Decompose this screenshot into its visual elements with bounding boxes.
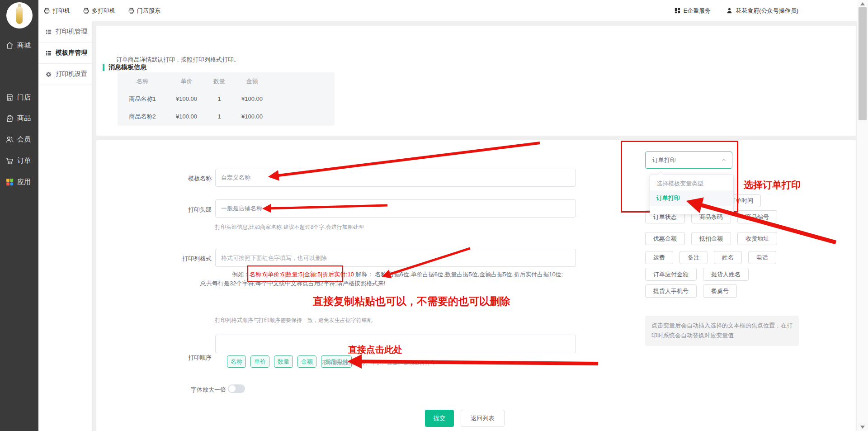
perfume-bottle-image bbox=[16, 7, 23, 24]
sidebar-item-label: 应用 bbox=[17, 178, 31, 186]
table-header: 名称 bbox=[118, 77, 167, 85]
variable-type-select-value: 订单打印 bbox=[652, 156, 676, 163]
sidebar-item-label: 会员 bbox=[17, 135, 31, 144]
col-format-example: 例如：名称:6|单价:6|数量:5|金额:5|折后实付:10 解释： 名称 占据… bbox=[200, 270, 567, 288]
table-cell: 1 bbox=[206, 113, 233, 120]
main-sidebar: 商城 门店 商品 会员 订单 应用 bbox=[0, 0, 38, 431]
submenu-item-printer-settings[interactable]: 打印机设置 bbox=[38, 64, 92, 85]
var-tag-pickup-name[interactable]: 提货人姓名 bbox=[703, 268, 749, 281]
home-icon bbox=[5, 41, 14, 50]
order-tag-quantity[interactable]: 数量 bbox=[274, 355, 293, 368]
list-icon bbox=[45, 28, 52, 35]
sidebar-item-orders[interactable]: 订单 bbox=[0, 152, 38, 170]
print-header-label: 打印头部 bbox=[101, 206, 212, 214]
service-label: E企盈服务 bbox=[684, 7, 711, 15]
table-cell: 商品名称2 bbox=[118, 113, 167, 121]
dropdown-option-order-print[interactable]: 订单打印 bbox=[650, 190, 733, 206]
table-header: 数量 bbox=[206, 77, 233, 85]
page-scrollbar[interactable] bbox=[857, 0, 868, 431]
variable-type-dropdown: 选择模板变量类型 订单打印 bbox=[650, 175, 734, 214]
template-name-input[interactable] bbox=[215, 169, 576, 187]
print-header-input[interactable] bbox=[215, 199, 576, 218]
topnav-multi-printer-label: 多打印机 bbox=[92, 7, 115, 15]
account-label: 花花食府(公众号操作员) bbox=[736, 7, 798, 15]
table-header: 金额 bbox=[233, 77, 271, 85]
app-screen: 打印机 多打印机 门店股东 E企盈服务 花花食府(公众号操作员) bbox=[0, 0, 868, 431]
var-tag-shipping-fee[interactable]: 运费 bbox=[645, 251, 673, 264]
table-header: 单价 bbox=[167, 77, 206, 85]
service-menu[interactable]: E企盈服务 bbox=[674, 7, 711, 15]
topnav: 打印机 多打印机 门店股东 bbox=[43, 0, 160, 21]
topbar: 打印机 多打印机 门店股东 E企盈服务 花花食府(公众号操作员) bbox=[38, 0, 857, 21]
sidebar-item-apps[interactable]: 应用 bbox=[0, 173, 38, 191]
var-tag-product-number[interactable]: 商品编号 bbox=[737, 210, 777, 223]
print-order-label: 打印顺序 bbox=[101, 354, 212, 362]
table-cell: ¥100.00 bbox=[167, 113, 206, 120]
sidebar-item-label: 订单 bbox=[17, 156, 31, 165]
card-description: 订单商品详情默认打印，按照打印列格式打印。 bbox=[116, 56, 240, 64]
submenu-item-template-library[interactable]: 模板库管理 bbox=[38, 43, 92, 64]
account-menu[interactable]: 花花食府(公众号操作员) bbox=[726, 7, 798, 15]
scrollbar-thumb[interactable] bbox=[859, 7, 867, 120]
submenu-item-printer-management[interactable]: 打印机管理 bbox=[38, 21, 92, 43]
var-tag-discount-amount[interactable]: 优惠金额 bbox=[645, 232, 685, 245]
order-tag-name[interactable]: 名称 bbox=[227, 355, 246, 368]
col-format-order-hint: 打印列格式顺序与打印顺序需要保持一致，避免发生占据字符错乱 bbox=[215, 317, 373, 324]
var-tag-deduction-amount[interactable]: 抵扣金额 bbox=[691, 232, 731, 245]
table-cell: ¥100.00 bbox=[167, 95, 206, 102]
print-header-hint: 打印头部信息,比如商家名称 建议不超过8个字,会进行加粗处理 bbox=[215, 223, 364, 231]
topnav-store-shareholder[interactable]: 门店股东 bbox=[128, 7, 160, 15]
scrollbar-down-arrow[interactable] bbox=[860, 426, 865, 429]
back-to-list-button[interactable]: 返回列表 bbox=[461, 410, 505, 427]
order-tag-unit-price[interactable]: 单价 bbox=[250, 355, 269, 368]
sidebar-item-goods[interactable]: 商品 bbox=[0, 109, 38, 127]
printer-icon bbox=[128, 7, 135, 14]
shopping-bag-icon bbox=[5, 114, 14, 123]
var-tag-shipping-address[interactable]: 收货地址 bbox=[737, 232, 777, 245]
var-tag-order-payable[interactable]: 订单应付金额 bbox=[645, 268, 697, 281]
var-tag-row: 订单应付金额 提货人姓名 bbox=[645, 268, 749, 281]
font-zoom-toggle[interactable] bbox=[228, 384, 245, 393]
submenu-item-label: 模板库管理 bbox=[56, 49, 87, 57]
gear-icon bbox=[45, 71, 52, 78]
avatar[interactable] bbox=[6, 2, 33, 28]
submenu: 打印机管理 模板库管理 打印机设置 bbox=[38, 21, 93, 431]
sidebar-item-label: 门店 bbox=[17, 93, 31, 102]
user-icon bbox=[726, 7, 733, 14]
title-accent-bar bbox=[103, 64, 104, 71]
sidebar-item-label: 商城 bbox=[17, 41, 31, 50]
example-red-format: 名称:6|单价:6|数量:5|金额:5|折后实付:10 bbox=[250, 271, 354, 278]
var-tag-table-number[interactable]: 餐桌号 bbox=[703, 284, 737, 298]
col-format-label: 打印列格式 bbox=[101, 255, 212, 263]
template-name-label: 模板名称 bbox=[101, 175, 212, 183]
topnav-multi-printer[interactable]: 多打印机 bbox=[83, 7, 115, 15]
cart-icon bbox=[5, 156, 14, 165]
variable-usage-note: 点击变量后会自动插入选择的文本框的焦点位置，在打印时系统会自动替换对应变量值 bbox=[645, 316, 799, 346]
var-tag-remark[interactable]: 备注 bbox=[679, 251, 708, 264]
sidebar-item-store[interactable]: 门店 bbox=[0, 88, 38, 106]
sidebar-item-mall[interactable]: 商城 bbox=[0, 36, 38, 54]
topnav-printer[interactable]: 打印机 bbox=[43, 7, 70, 15]
var-tag-phone[interactable]: 电话 bbox=[748, 251, 776, 264]
var-tag-row: 优惠金额 抵扣金额 收货地址 bbox=[645, 232, 777, 245]
card-title-row: 消息模板信息 bbox=[103, 63, 146, 71]
grid-icon bbox=[674, 7, 681, 14]
col-format-input[interactable] bbox=[215, 249, 576, 267]
table-cell: ¥100.00 bbox=[233, 113, 271, 120]
scrollbar-up-arrow[interactable] bbox=[860, 2, 865, 5]
sample-print-table: 名称 单价 数量 金额 商品名称1 ¥100.00 1 ¥100.00 商品名称… bbox=[118, 72, 335, 126]
var-tag-name[interactable]: 姓名 bbox=[714, 251, 742, 264]
sidebar-item-members[interactable]: 会员 bbox=[0, 130, 38, 148]
table-cell: 1 bbox=[206, 95, 233, 102]
chevron-up-icon bbox=[721, 157, 726, 163]
template-form-card: 模板名称 打印头部 打印头部信息,比如商家名称 建议不超过8个字,会进行加粗处理… bbox=[96, 140, 856, 431]
submit-button[interactable]: 提交 bbox=[425, 410, 454, 427]
template-info-card: 消息模板信息 订单商品详情默认打印，按照打印列格式打印。 名称 单价 数量 金额… bbox=[96, 26, 856, 136]
variable-type-select[interactable]: 订单打印 bbox=[645, 152, 732, 169]
print-order-input[interactable] bbox=[215, 335, 576, 353]
var-tag-pickup-phone[interactable]: 提货人手机号 bbox=[645, 284, 697, 298]
sidebar-item-label: 商品 bbox=[17, 114, 31, 123]
submenu-item-label: 打印机设置 bbox=[56, 70, 87, 78]
order-tag-amount[interactable]: 金额 bbox=[297, 355, 316, 368]
table-cell: 商品名称1 bbox=[118, 95, 167, 103]
